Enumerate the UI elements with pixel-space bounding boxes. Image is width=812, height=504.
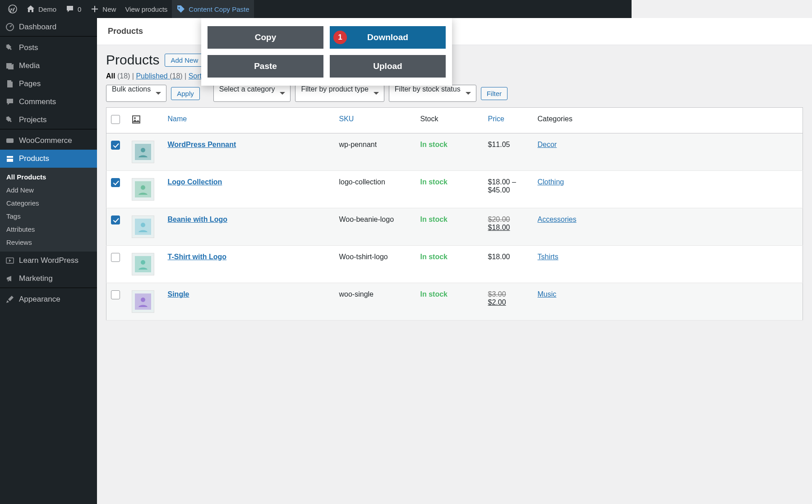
admin-sidebar: Dashboard Posts Media Pages Comments Pro… — [0, 18, 97, 391]
old-price: $3.00 — [488, 290, 506, 298]
subnav-add-new[interactable]: Add New — [0, 183, 97, 197]
stock-status: In stock — [420, 178, 448, 186]
subnav-reviews[interactable]: Reviews — [0, 236, 97, 249]
subnav-attributes[interactable]: Attributes — [0, 223, 97, 236]
add-new-button[interactable]: Add New — [165, 54, 204, 67]
home-icon — [26, 5, 35, 14]
svg-point-11 — [141, 223, 145, 227]
svg-rect-2 — [6, 138, 14, 143]
product-thumbnail[interactable] — [132, 178, 154, 201]
col-sku[interactable]: SKU — [335, 108, 416, 133]
topbar-comments[interactable]: 0 — [61, 0, 86, 18]
dashboard-icon — [5, 23, 14, 32]
table-row: WordPress Pennantwp-pennantIn stock$11.0… — [106, 133, 632, 171]
product-sku: wp-pennant — [335, 133, 416, 171]
row-checkbox[interactable] — [111, 253, 120, 262]
col-price[interactable]: Price — [484, 108, 533, 133]
svg-point-7 — [141, 148, 145, 152]
pin-icon — [5, 43, 14, 52]
nav-posts[interactable]: Posts — [0, 39, 97, 57]
nav-learn-wordpress[interactable]: Learn WordPress — [0, 252, 97, 270]
bulk-actions-select[interactable]: Bulk actions — [106, 85, 166, 102]
subnav-categories[interactable]: Categories — [0, 197, 97, 210]
product-thumbnail[interactable] — [132, 253, 154, 275]
row-checkbox[interactable] — [111, 290, 120, 299]
pages-icon — [5, 79, 14, 88]
stock-status: In stock — [420, 290, 448, 298]
upload-button[interactable]: Upload — [330, 55, 446, 78]
filter-button[interactable]: Filter — [481, 87, 508, 100]
topbar-content-copy-paste[interactable]: Content Copy Paste — [172, 0, 254, 18]
svg-point-15 — [141, 298, 145, 302]
product-name-link[interactable]: T-Shirt with Logo — [168, 253, 227, 261]
product-name-link[interactable]: Single — [168, 290, 189, 298]
row-checkbox[interactable] — [111, 215, 120, 225]
subnav-tags[interactable]: Tags — [0, 210, 97, 223]
topbar-view-products[interactable]: View products — [120, 0, 172, 18]
product-name-link[interactable]: Logo Collection — [168, 178, 222, 186]
product-category-link[interactable]: Decor — [538, 141, 557, 148]
nav-appearance[interactable]: Appearance — [0, 290, 97, 308]
price: $18.00 — [488, 253, 510, 261]
status-all[interactable]: All (18) — [106, 72, 130, 80]
col-categories[interactable]: Categories — [533, 108, 632, 133]
topbar-new[interactable]: New — [86, 0, 120, 18]
product-sku: woo-single — [335, 283, 416, 321]
copy-button[interactable]: Copy — [208, 26, 323, 49]
select-all-checkbox[interactable] — [111, 115, 120, 124]
products-icon — [5, 154, 14, 163]
nav-products[interactable]: Products — [0, 150, 97, 168]
wordpress-icon — [8, 5, 17, 14]
product-name-link[interactable]: WordPress Pennant — [168, 141, 236, 148]
sale-price: $2.00 — [488, 298, 506, 306]
col-stock[interactable]: Stock — [416, 108, 484, 133]
paste-button[interactable]: Paste — [208, 55, 323, 78]
col-name[interactable]: Name — [163, 108, 335, 133]
megaphone-icon — [5, 274, 14, 283]
product-thumbnail[interactable] — [132, 290, 154, 313]
product-sku: Woo-tshirt-logo — [335, 246, 416, 283]
product-name-link[interactable]: Beanie with Logo — [168, 215, 227, 223]
row-checkbox[interactable] — [111, 141, 120, 150]
product-type-select[interactable]: Filter by product type — [295, 85, 384, 102]
svg-point-13 — [141, 260, 145, 265]
product-category-link[interactable]: Clothing — [538, 178, 564, 186]
page-title: Products — [106, 52, 159, 68]
svg-point-5 — [134, 117, 136, 119]
nav-comments[interactable]: Comments — [0, 93, 97, 111]
nav-dashboard[interactable]: Dashboard — [0, 18, 97, 36]
nav-woocommerce[interactable]: WooCommerce — [0, 132, 97, 150]
status-published[interactable]: Published (18) — [136, 72, 182, 80]
nav-products-submenu: All Products Add New Categories Tags Att… — [0, 168, 97, 252]
download-button[interactable]: 1 Download — [330, 26, 446, 49]
table-row: Beanie with LogoWoo-beanie-logoIn stock$… — [106, 208, 632, 246]
stock-status: In stock — [420, 253, 448, 261]
filter-bar: Bulk actions Apply Select a category Fil… — [106, 85, 632, 102]
subnav-all-products[interactable]: All Products — [0, 170, 97, 183]
site-home[interactable]: Demo — [22, 0, 61, 18]
nav-marketing[interactable]: Marketing — [0, 270, 97, 288]
woo-icon — [5, 136, 14, 145]
svg-point-9 — [141, 185, 145, 190]
image-icon — [132, 115, 141, 124]
step-badge: 1 — [333, 31, 347, 44]
tab-products[interactable]: Products — [108, 18, 143, 44]
apply-button[interactable]: Apply — [171, 87, 200, 100]
category-select[interactable]: Select a category — [213, 85, 291, 102]
product-thumbnail[interactable] — [132, 215, 154, 238]
nav-media[interactable]: Media — [0, 57, 97, 75]
comment-count: 0 — [78, 5, 81, 13]
sale-price: $18.00 — [488, 224, 510, 231]
product-category-link[interactable]: Accessories — [538, 215, 577, 223]
row-checkbox[interactable] — [111, 178, 120, 187]
nav-projects[interactable]: Projects — [0, 111, 97, 129]
wp-logo[interactable] — [4, 0, 22, 18]
nav-pages[interactable]: Pages — [0, 75, 97, 93]
site-name: Demo — [38, 5, 56, 13]
table-row: Singlewoo-singleIn stock$3.00$2.00Music — [106, 283, 632, 321]
product-thumbnail[interactable] — [132, 141, 154, 163]
stock-status-select[interactable]: Filter by stock status — [389, 85, 476, 102]
pin-icon — [5, 115, 14, 124]
product-category-link[interactable]: Tshirts — [538, 253, 558, 261]
product-category-link[interactable]: Music — [538, 290, 557, 298]
